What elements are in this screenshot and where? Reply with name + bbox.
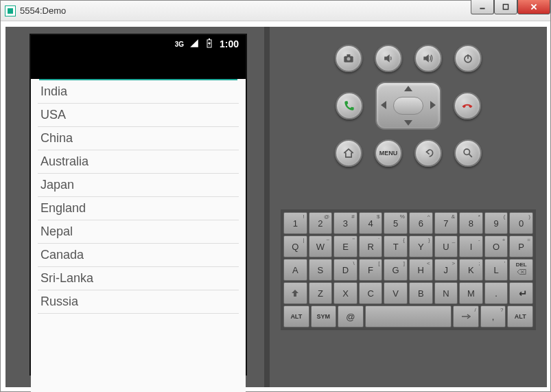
pane-divider: [264, 27, 270, 387]
app-icon: [5, 5, 16, 16]
key-9[interactable]: 9(: [484, 212, 508, 234]
key-.[interactable]: .: [484, 282, 508, 304]
end-call-button[interactable]: [454, 92, 481, 119]
list-item[interactable]: Japan: [38, 174, 239, 197]
key-A[interactable]: A: [283, 259, 307, 281]
key-6[interactable]: 6^: [409, 212, 433, 234]
key-DEL[interactable]: DEL: [509, 259, 533, 281]
dpad-up-icon: [404, 86, 412, 91]
key-H[interactable]: H<: [409, 259, 433, 281]
svg-point-11: [464, 149, 469, 154]
dpad-center[interactable]: [393, 97, 423, 115]
emulator-frame: 3G 1:00 IndiaUSAChinaAustraliaJapanEngla…: [5, 27, 547, 387]
svg-rect-5: [209, 38, 210, 40]
list-item[interactable]: England: [38, 197, 239, 220]
svg-rect-1: [503, 4, 508, 9]
power-button[interactable]: [454, 45, 482, 72]
android-statusbar: 3G 1:00: [31, 35, 246, 53]
key-X[interactable]: X: [333, 282, 357, 304]
key-space[interactable]: [365, 305, 452, 327]
key-SYM[interactable]: SYM: [311, 305, 337, 327]
clock: 1:00: [220, 38, 239, 49]
dpad-right-icon: [430, 101, 436, 109]
device-pane: 3G 1:00 IndiaUSAChinaAustraliaJapanEngla…: [5, 27, 264, 387]
key-4[interactable]: 4$: [359, 212, 383, 234]
key-Y[interactable]: Y}: [409, 235, 433, 257]
key-I[interactable]: I-: [459, 235, 483, 257]
camera-button[interactable]: [335, 45, 362, 72]
key-ALT[interactable]: ALT: [283, 305, 309, 327]
list-item[interactable]: Russia: [38, 290, 239, 314]
key-N[interactable]: N: [434, 282, 458, 304]
controls-pane: MENU 1!2@3#4$5%6^7&8*9(0)Q|W~E"R`T{Y}U_I…: [270, 27, 547, 387]
country-listview: IndiaUSAChinaAustraliaJapanEnglandNepalC…: [31, 80, 246, 314]
key-⇧[interactable]: [283, 282, 307, 304]
volume-up-button[interactable]: [414, 45, 442, 72]
key-1[interactable]: 1!: [283, 212, 307, 234]
minimize-button[interactable]: [471, 0, 494, 14]
list-item[interactable]: China: [38, 127, 239, 150]
key-@[interactable]: @: [338, 305, 364, 327]
battery-icon: [204, 38, 214, 50]
key-W[interactable]: W~: [309, 235, 333, 257]
key-L[interactable]: L': [484, 259, 508, 281]
key-7[interactable]: 7&: [434, 212, 458, 234]
key-↵[interactable]: [509, 282, 533, 304]
list-item[interactable]: USA: [38, 104, 239, 127]
list-item[interactable]: Nepal: [38, 220, 239, 244]
key-3[interactable]: 3#: [333, 212, 357, 234]
key-→[interactable]: /: [453, 305, 479, 327]
key-E[interactable]: E": [333, 235, 357, 257]
key-U[interactable]: U_: [434, 235, 458, 257]
close-button[interactable]: [517, 0, 550, 14]
key-G[interactable]: G]: [384, 259, 408, 281]
key-8[interactable]: 8*: [459, 212, 483, 234]
svg-rect-7: [347, 54, 351, 56]
list-item[interactable]: Canada: [38, 244, 239, 267]
key-J[interactable]: J>: [434, 259, 458, 281]
key-5[interactable]: 5%: [384, 212, 408, 234]
svg-point-8: [347, 57, 351, 60]
network-indicator: 3G: [175, 41, 184, 48]
titlebar: 5554:Demo: [1, 1, 550, 21]
key-R[interactable]: R`: [359, 235, 383, 257]
list-item[interactable]: Sri-Lanka: [38, 267, 239, 290]
dpad-left-icon: [381, 101, 386, 109]
key-K[interactable]: K;: [459, 259, 483, 281]
back-button[interactable]: [414, 139, 442, 167]
key-2[interactable]: 2@: [309, 212, 333, 234]
app-content: IndiaUSAChinaAustraliaJapanEnglandNepalC…: [31, 79, 246, 392]
menu-button[interactable]: MENU: [375, 139, 402, 167]
volume-down-button[interactable]: [375, 45, 402, 72]
maximize-button[interactable]: [494, 0, 517, 14]
dpad-down-icon: [404, 120, 412, 126]
key-,[interactable]: ,?: [480, 305, 506, 327]
call-button[interactable]: [336, 92, 363, 119]
key-V[interactable]: V: [384, 282, 408, 304]
dpad[interactable]: [375, 82, 441, 130]
search-button[interactable]: [454, 139, 482, 167]
signal-icon: [189, 38, 199, 50]
key-S[interactable]: S: [309, 259, 333, 281]
list-item[interactable]: Australia: [38, 150, 239, 174]
key-P[interactable]: P=: [509, 235, 533, 257]
list-item[interactable]: India: [38, 80, 239, 104]
hardware-keyboard: 1!2@3#4$5%6^7&8*9(0)Q|W~E"R`T{Y}U_I-O+P=…: [281, 209, 536, 330]
key-Z[interactable]: Z: [309, 282, 333, 304]
key-M[interactable]: M: [459, 282, 483, 304]
key-Q[interactable]: Q|: [283, 235, 307, 257]
key-T[interactable]: T{: [384, 235, 408, 257]
key-ALT[interactable]: ALT: [507, 305, 533, 327]
key-D[interactable]: D\: [333, 259, 357, 281]
key-C[interactable]: C: [359, 282, 383, 304]
window-buttons: [471, 0, 550, 14]
home-button[interactable]: [335, 139, 362, 167]
key-0[interactable]: 0): [509, 212, 533, 234]
key-B[interactable]: B: [409, 282, 433, 304]
svg-line-12: [469, 154, 472, 157]
emulator-window: 5554:Demo 3G 1:00 IndiaUSAChinaAustralia…: [0, 0, 551, 392]
device-screen: 3G 1:00 IndiaUSAChinaAustraliaJapanEngla…: [30, 34, 247, 376]
key-F[interactable]: F[: [359, 259, 383, 281]
window-title: 5554:Demo: [20, 5, 546, 16]
key-O[interactable]: O+: [484, 235, 508, 257]
